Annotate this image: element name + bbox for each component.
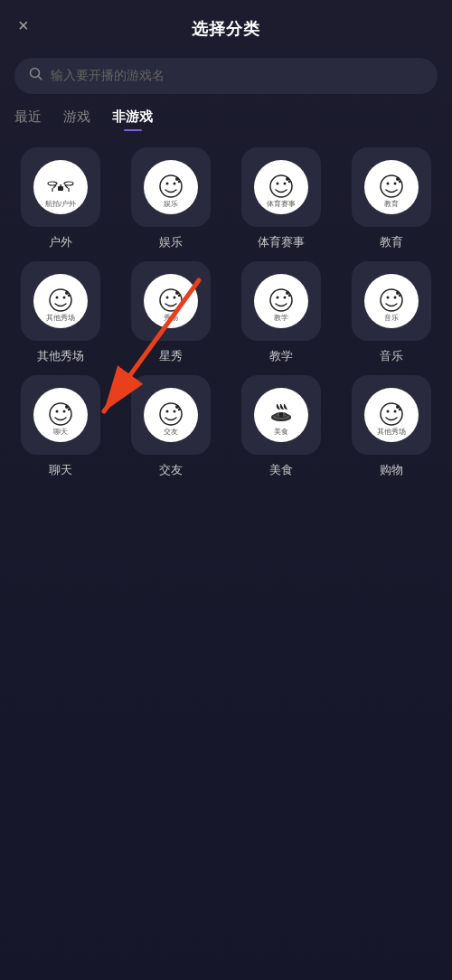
svg-point-37 xyxy=(284,297,287,299)
svg-point-47 xyxy=(63,410,66,413)
svg-point-62 xyxy=(394,410,397,413)
tab-recent[interactable]: 最近 xyxy=(14,108,42,131)
svg-point-54 xyxy=(178,409,180,410)
svg-point-27 xyxy=(63,297,66,299)
category-entertainment[interactable]: 娱乐 娱乐 xyxy=(121,147,221,250)
category-education[interactable]: 教育 教育 xyxy=(342,147,441,250)
category-outdoor[interactable]: 航拍/户外 户外 xyxy=(11,147,110,250)
tab-non-games[interactable]: 非游戏 xyxy=(112,108,153,131)
svg-point-24 xyxy=(399,181,400,183)
svg-point-43 xyxy=(396,291,400,295)
category-education-label: 教育 xyxy=(380,234,403,250)
svg-point-48 xyxy=(65,405,69,409)
category-social-label: 交友 xyxy=(159,462,183,478)
category-shopping-label: 购物 xyxy=(380,462,403,478)
svg-point-33 xyxy=(175,291,179,295)
tabs-container: 最近 游戏 非游戏 xyxy=(0,108,452,131)
category-show-label: 星秀 xyxy=(159,348,183,364)
svg-point-31 xyxy=(166,297,169,299)
svg-point-41 xyxy=(387,297,390,299)
svg-point-22 xyxy=(394,183,397,185)
category-show[interactable]: 秀场 星秀 xyxy=(121,261,221,364)
category-food[interactable]: 美食 美食 xyxy=(231,375,331,478)
svg-point-34 xyxy=(178,295,180,297)
close-button[interactable]: × xyxy=(18,16,29,34)
svg-point-53 xyxy=(175,405,179,409)
svg-point-4 xyxy=(48,182,57,185)
svg-point-39 xyxy=(288,295,290,297)
category-outdoor-label: 户外 xyxy=(49,234,72,250)
category-sports-label: 体育赛事 xyxy=(258,234,305,250)
svg-rect-58 xyxy=(279,413,283,417)
svg-point-63 xyxy=(396,405,400,409)
search-icon xyxy=(29,67,43,85)
svg-point-14 xyxy=(178,181,180,183)
category-teaching-label: 教学 xyxy=(269,348,293,364)
svg-point-32 xyxy=(174,297,176,299)
category-teaching[interactable]: 教学 教学 xyxy=(231,261,331,364)
svg-point-42 xyxy=(394,297,397,299)
svg-point-49 xyxy=(68,409,70,410)
svg-line-1 xyxy=(39,77,42,80)
tab-games[interactable]: 游戏 xyxy=(63,108,90,131)
svg-point-12 xyxy=(174,183,176,185)
category-other-show-label: 其他秀场 xyxy=(37,348,84,364)
svg-point-28 xyxy=(65,291,69,295)
category-music-label: 音乐 xyxy=(380,348,403,364)
svg-point-16 xyxy=(277,183,279,185)
svg-point-11 xyxy=(166,183,169,185)
category-music[interactable]: 音乐 音乐 xyxy=(342,261,441,364)
category-chat-label: 聊天 xyxy=(49,462,72,478)
category-grid: 航拍/户外 户外 娱乐 娱乐 xyxy=(0,147,452,478)
svg-rect-2 xyxy=(58,186,63,191)
svg-point-64 xyxy=(399,409,400,410)
category-shopping[interactable]: 其他秀场 购物 xyxy=(342,375,441,478)
svg-point-46 xyxy=(56,410,59,413)
svg-point-61 xyxy=(387,410,390,413)
page-title: 选择分类 xyxy=(192,18,260,40)
svg-point-26 xyxy=(56,297,59,299)
svg-point-36 xyxy=(277,297,279,299)
svg-point-19 xyxy=(288,181,290,183)
svg-point-44 xyxy=(399,295,400,297)
svg-point-23 xyxy=(396,177,400,181)
category-chat[interactable]: 聊天 聊天 xyxy=(11,375,110,478)
svg-point-13 xyxy=(175,177,179,181)
svg-point-21 xyxy=(387,183,390,185)
category-food-label: 美食 xyxy=(269,462,293,478)
svg-point-18 xyxy=(286,177,289,181)
search-placeholder: 输入要开播的游戏名 xyxy=(51,68,165,84)
svg-point-17 xyxy=(284,183,287,185)
svg-point-29 xyxy=(68,295,70,297)
svg-point-5 xyxy=(64,182,73,185)
category-entertainment-label: 娱乐 xyxy=(159,234,183,250)
svg-point-52 xyxy=(174,410,176,413)
category-other-show[interactable]: 其他秀场 其他秀场 xyxy=(11,261,110,364)
svg-point-51 xyxy=(166,410,169,413)
search-bar[interactable]: 输入要开播的游戏名 xyxy=(14,58,438,94)
category-sports[interactable]: 体育赛事 体育赛事 xyxy=(231,147,331,250)
svg-point-38 xyxy=(286,291,289,295)
category-social[interactable]: 交友 交友 xyxy=(121,375,221,478)
header: × 选择分类 xyxy=(0,0,452,51)
